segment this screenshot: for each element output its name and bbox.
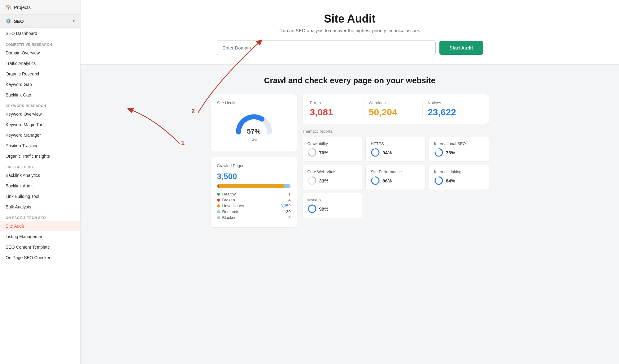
bar-seg-have-issues — [219, 184, 284, 188]
sidebar-item-keyword-gap[interactable]: Keyword Gap — [0, 79, 80, 90]
domain-input[interactable] — [217, 41, 436, 55]
errors-block: Errors 3,081 — [310, 101, 364, 118]
thematic-grid: Crawlability 70%HTTPS 94%International S… — [302, 137, 489, 218]
svg-point-15 — [308, 205, 316, 212]
main-content: Site Audit Run an SEO analysis to uncove… — [81, 0, 619, 364]
legend-dot-broken — [217, 199, 220, 202]
thematic-card-core-web-vitals[interactable]: Core Web Vitals 33% — [302, 165, 363, 190]
bar-seg-redirects — [284, 184, 289, 188]
sidebar-item-bulk-analysis[interactable]: Bulk Analysis — [0, 202, 80, 212]
sidebar-item-organic-traffic-insights[interactable]: Organic Traffic Insights — [0, 151, 80, 161]
left-column: Site Health 57% — [211, 94, 297, 228]
bar-stack — [217, 184, 291, 188]
health-change: +4% — [250, 138, 257, 142]
errors-label: Errors — [310, 101, 359, 105]
legend-dot-have-issues — [217, 204, 220, 208]
section-label-on-page: ON PAGE & TECH SEO — [0, 212, 80, 221]
notices-label: Notices — [428, 101, 476, 105]
health-percentage: 57% — [247, 127, 260, 135]
svg-text:1: 1 — [181, 139, 185, 146]
seo-icon: ⚙️ — [6, 18, 11, 24]
circle-chart-crawlability — [307, 148, 317, 157]
donut-container: 57% — [234, 112, 274, 137]
legend-dot-healthy — [217, 193, 220, 196]
health-chart: 57% +4% — [217, 109, 291, 145]
thematic-title: Thematic reports — [302, 129, 489, 134]
sidebar-item-keyword-magic-tool[interactable]: Keyword Magic Tool — [0, 119, 80, 130]
sidebar-item-seo-content-template[interactable]: SEO Content Template — [0, 242, 80, 252]
thematic-card-https[interactable]: HTTPS 94% — [365, 137, 426, 162]
page-title: Site Audit — [324, 12, 376, 25]
crawl-heading: Crawl and check every page on your websi… — [99, 76, 600, 85]
circle-chart-internal-linking — [434, 176, 443, 185]
sidebar: 🏠 Projects ⚙️ SEO ▾ SEO Dashboard COMPET… — [0, 0, 81, 364]
dashboard-grid: Site Health 57% — [211, 94, 489, 228]
thematic-section: Thematic reports Crawlability 70%HTTPS 9… — [302, 129, 489, 218]
section-label-competitive: COMPETITIVE RESEARCH — [0, 39, 80, 48]
warnings-value: 50,204 — [369, 107, 417, 118]
projects-label: Projects — [14, 5, 31, 10]
site-health-card: Site Health 57% — [211, 94, 297, 152]
sidebar-item-position-tracking[interactable]: Position Tracking — [0, 140, 80, 151]
sidebar-item-traffic-analytics[interactable]: Traffic Analytics — [0, 58, 80, 69]
crawled-pages-card: Crawled Pages 3,500 Healthy1Broken4Have … — [211, 157, 297, 228]
legend-item-healthy: Healthy1 — [217, 192, 291, 196]
sidebar-item-link-building-tool[interactable]: Link Building Tool — [0, 191, 80, 202]
thematic-card-crawlability[interactable]: Crawlability 70% — [302, 137, 363, 162]
thematic-card-site-performance[interactable]: Site Performance 86% — [365, 165, 426, 190]
thematic-card-international-seo[interactable]: International SEO 76% — [429, 137, 489, 162]
sidebar-item-backlink-analytics[interactable]: Backlink Analytics — [0, 170, 80, 181]
warnings-block: Warnings 50,204 — [364, 101, 423, 118]
circle-chart-core-web-vitals — [307, 176, 317, 185]
start-audit-button[interactable]: Start Audit — [439, 41, 483, 55]
notices-value: 23,622 — [428, 107, 476, 118]
circle-chart-international-seo — [434, 148, 443, 157]
legend-item-redirects: Redirects130 — [217, 209, 291, 214]
thematic-card-markup[interactable]: Markup 99% — [302, 193, 363, 218]
sidebar-item-site-audit[interactable]: Site Audit — [0, 221, 80, 231]
domain-row: Start Audit — [217, 41, 483, 55]
home-icon: 🏠 — [6, 4, 11, 10]
circle-chart-site-performance — [371, 176, 380, 185]
legend-item-blocked: Blocked6 — [217, 215, 291, 220]
sidebar-projects[interactable]: 🏠 Projects — [0, 0, 80, 15]
svg-text:2: 2 — [191, 108, 195, 114]
crawled-legend: Healthy1Broken4Have issues3,359Redirects… — [217, 192, 291, 220]
errors-card: Errors 3,081 Warnings 50,204 Notices 23,… — [302, 94, 489, 124]
donut-center: 57% — [247, 127, 260, 135]
sidebar-seo-section[interactable]: ⚙️ SEO ▾ — [0, 15, 80, 28]
section-label-keyword-research: KEYWORD RESEARCH — [0, 100, 80, 109]
notices-block: Notices 23,622 — [423, 101, 481, 118]
sidebar-item-on-page-seo-checker[interactable]: On Page SEO Checker — [0, 252, 80, 263]
thematic-card-internal-linking[interactable]: Internal Linking 84% — [429, 165, 489, 190]
lower-section: Crawl and check every page on your websi… — [81, 65, 619, 240]
crawled-pages-number: 3,500 — [217, 172, 291, 181]
legend-item-have-issues: Have issues3,359 — [217, 203, 291, 208]
sidebar-item-keyword-overview[interactable]: Keyword Overview — [0, 109, 80, 119]
site-health-title: Site Health — [217, 101, 291, 105]
circle-chart-https — [371, 148, 380, 157]
seo-label-text: SEO — [14, 19, 24, 24]
chevron-down-icon: ▾ — [73, 19, 75, 23]
section-label-link-building: LINK BUILDING — [0, 161, 80, 170]
sidebar-item-keyword-manager[interactable]: Keyword Manager — [0, 130, 80, 140]
warnings-label: Warnings — [369, 101, 417, 105]
sidebar-item-organic-research[interactable]: Organic Research — [0, 69, 80, 79]
bar-seg-blocked — [289, 184, 291, 188]
sidebar-item-domain-overview[interactable]: Domain Overview — [0, 48, 80, 58]
top-section: Site Audit Run an SEO analysis to uncove… — [81, 0, 619, 65]
page-subtitle: Run an SEO analysis to uncover the highe… — [279, 28, 420, 33]
legend-dot-redirects — [217, 210, 220, 213]
sidebar-item-backlink-gap[interactable]: Backlink Gap — [0, 90, 80, 100]
right-column: Errors 3,081 Warnings 50,204 Notices 23,… — [302, 94, 489, 228]
legend-dot-blocked — [217, 216, 220, 219]
svg-point-5 — [372, 149, 379, 156]
legend-item-broken: Broken4 — [217, 198, 291, 202]
errors-value: 3,081 — [310, 107, 359, 118]
svg-point-11 — [372, 177, 379, 184]
sidebar-item-backlink-audit[interactable]: Backlink Audit — [0, 181, 80, 191]
sidebar-item-listing-management[interactable]: Listing Management — [0, 231, 80, 242]
sidebar-item-seo-dashboard[interactable]: SEO Dashboard — [0, 28, 80, 39]
crawled-pages-title: Crawled Pages — [217, 163, 291, 168]
